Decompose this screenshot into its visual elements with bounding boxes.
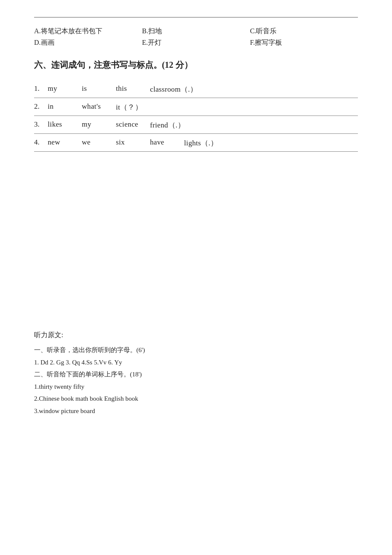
sentence-1-number: 1. [34,84,48,93]
sentence-4-words: new we six have lights（.） [48,138,358,148]
sentence-2-word-2: it（？） [116,102,163,112]
option-d: D.画画 [34,38,142,47]
sentence-4-word-4: lights（.） [184,138,231,148]
sentence-1-word-1: is [82,84,116,94]
sentence-4-divider [34,151,358,152]
sentence-4: 4. new we six have lights（.） [34,134,358,152]
sentence-3-word-1: my [82,120,116,130]
option-c: C.听音乐 [250,27,358,36]
listen-line-4: 2.Chinese book math book English book [34,393,358,405]
sentence-4-row: 4. new we six have lights（.） [34,134,358,151]
sentence-2-word-1: what's [82,102,116,112]
options-section: A.将笔记本放在书包下 B.扫地 C.听音乐 D.画画 E.开灯 F.擦写字板 [34,27,358,47]
sentence-4-word-3: have [150,138,184,148]
sentence-3-word-0: likes [48,120,82,130]
options-row-1: A.将笔记本放在书包下 B.扫地 C.听音乐 [34,27,358,36]
listening-content: 一、听录音，选出你所听到的字母。(6') 1. Dd 2. Gg 3. Qq 4… [34,344,358,417]
sentence-3-row: 3. likes my science friend（.） [34,116,358,133]
option-e: E.开灯 [142,38,250,47]
option-f: F.擦写字板 [250,38,358,47]
listen-line-1: 1. Dd 2. Gg 3. Qq 4.Ss 5.Vv 6. Yy [34,356,358,369]
options-row-2: D.画画 E.开灯 F.擦写字板 [34,38,358,47]
top-divider [34,17,358,17]
sentence-2: 2. in what's it（？） [34,98,358,116]
sentence-1: 1. my is this classroom（.） [34,80,358,98]
sentence-3: 3. likes my science friend（.） [34,116,358,134]
sentence-1-word-0: my [48,84,82,94]
sentence-1-words: my is this classroom（.） [48,84,358,94]
listen-line-5: 3.window picture board [34,405,358,417]
listen-line-2: 二、听音给下面的单词标上序号。(18') [34,368,358,381]
sentence-3-word-2: science [116,120,150,130]
sentence-4-word-1: we [82,138,116,148]
sentence-4-word-0: new [48,138,82,148]
section-title: 六、连词成句，注意书写与标点。(12 分） [34,59,358,71]
sentence-1-word-2: this [116,84,150,94]
page: A.将笔记本放在书包下 B.扫地 C.听音乐 D.画画 E.开灯 F.擦写字板 … [0,0,392,555]
sentence-3-number: 3. [34,120,48,129]
option-b: B.扫地 [142,27,250,36]
sentence-1-word-3: classroom（.） [150,84,197,94]
sentence-4-word-2: six [116,138,150,148]
sentence-2-word-0: in [48,102,82,112]
sentence-4-number: 4. [34,138,48,147]
sentence-1-row: 1. my is this classroom（.） [34,80,358,98]
listening-section: 听力原文: 一、听录音，选出你所听到的字母。(6') 1. Dd 2. Gg 3… [34,331,358,417]
sentence-3-words: likes my science friend（.） [48,120,358,130]
listen-line-0: 一、听录音，选出你所听到的字母。(6') [34,344,358,356]
exercise-section: 1. my is this classroom（.） 2. in what's … [34,80,358,152]
sentence-2-words: in what's it（？） [48,102,358,112]
listening-title: 听力原文: [34,331,358,340]
listen-line-3: 1.thirty twenty fifty [34,381,358,393]
sentence-2-row: 2. in what's it（？） [34,98,358,116]
option-a: A.将笔记本放在书包下 [34,27,142,36]
sentence-3-word-3: friend（.） [150,120,197,130]
sentence-2-number: 2. [34,102,48,111]
